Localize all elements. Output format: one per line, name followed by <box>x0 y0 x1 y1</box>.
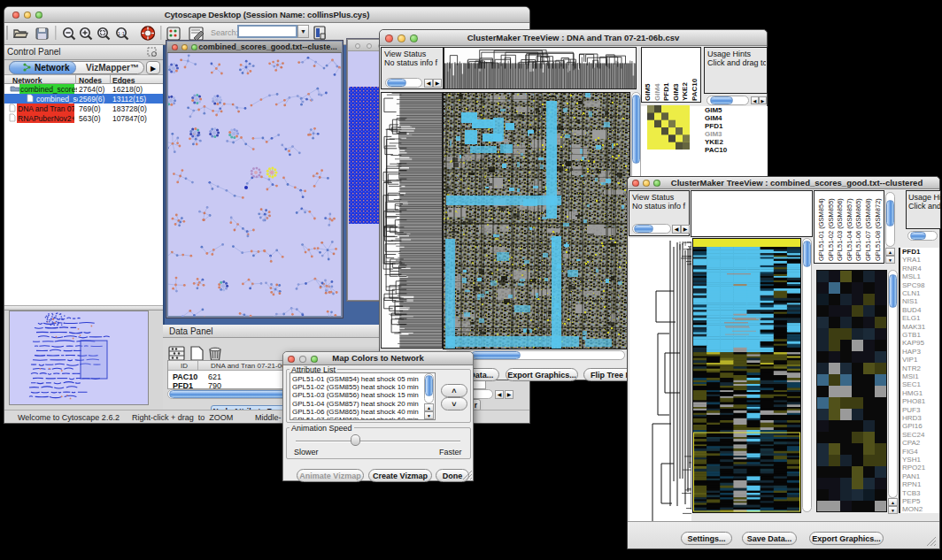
svg-text:TCB3: TCB3 <box>902 489 921 497</box>
svg-text:GPL51-08 (GSM872): GPL51-08 (GSM872) <box>874 198 882 261</box>
svg-text:GPL51-07 (GSM868): GPL51-07 (GSM868) <box>864 198 872 261</box>
svg-text:YSH1: YSH1 <box>902 456 921 464</box>
svg-text:PHO81: PHO81 <box>902 397 926 405</box>
svg-text:YRA1: YRA1 <box>902 256 921 264</box>
svg-text:ELG1: ELG1 <box>902 314 921 322</box>
svg-text:PUF3: PUF3 <box>902 406 921 414</box>
svg-text:GIM5: GIM5 <box>644 83 652 101</box>
svg-text:1:1: 1:1 <box>118 31 126 36</box>
svg-text:GPL51-02 (GSM855): GPL51-02 (GSM855) <box>827 198 835 261</box>
svg-text:CPA2: CPA2 <box>902 439 921 447</box>
svg-text:PAN1: PAN1 <box>902 472 921 480</box>
svg-text:GIM3: GIM3 <box>672 83 680 101</box>
svg-text:PFD1: PFD1 <box>662 82 670 101</box>
svg-text:GPL51-06 (GSM865): GPL51-06 (GSM865) <box>854 198 862 261</box>
svg-text:HAP3: HAP3 <box>902 348 921 356</box>
svg-text:VIP1: VIP1 <box>902 356 918 364</box>
svg-text:YKE2: YKE2 <box>681 82 689 101</box>
svg-text:RPN1: RPN1 <box>902 480 922 488</box>
svg-text:GPL51-04 (GSM857): GPL51-04 (GSM857) <box>845 198 853 261</box>
svg-text:PAC10: PAC10 <box>691 78 699 101</box>
svg-text:MSI1: MSI1 <box>902 372 919 380</box>
svg-text:CLN1: CLN1 <box>902 289 921 297</box>
svg-text:MSL1: MSL1 <box>902 272 921 280</box>
svg-text:SPC98: SPC98 <box>902 281 925 289</box>
svg-text:NIS1: NIS1 <box>902 297 918 305</box>
svg-text:GPI16: GPI16 <box>902 422 923 430</box>
svg-text:BUD4: BUD4 <box>902 306 922 314</box>
svg-text:HRD3: HRD3 <box>902 414 922 422</box>
svg-text:GIM4: GIM4 <box>653 83 661 101</box>
svg-text:HMG1: HMG1 <box>902 389 923 397</box>
svg-text:RPO21: RPO21 <box>902 464 926 472</box>
svg-text:MAK31: MAK31 <box>902 323 926 331</box>
svg-text:PFD1: PFD1 <box>902 248 921 256</box>
svg-text:MON2: MON2 <box>902 505 923 513</box>
svg-text:NTR2: NTR2 <box>902 364 921 372</box>
svg-text:RNR4: RNR4 <box>902 265 922 272</box>
svg-text:KAP95: KAP95 <box>902 339 924 347</box>
svg-text:PEP5: PEP5 <box>902 497 921 505</box>
svg-text:FIG4: FIG4 <box>902 448 918 456</box>
svg-text:SEC24: SEC24 <box>902 431 925 439</box>
svg-text:GPL51-01 (GSM854): GPL51-01 (GSM854) <box>817 198 825 261</box>
svg-text:GTB1: GTB1 <box>902 331 921 339</box>
svg-text:SEC1: SEC1 <box>902 380 921 388</box>
svg-text:GPL51-03 (GSM856): GPL51-03 (GSM856) <box>836 198 844 261</box>
